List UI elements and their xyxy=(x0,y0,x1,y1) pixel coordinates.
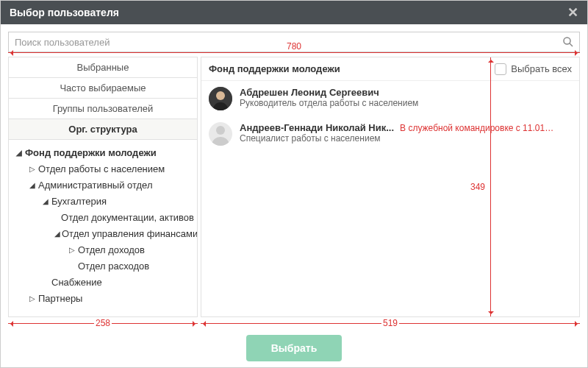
tab-1[interactable]: Часто выбираемые xyxy=(9,78,197,99)
titlebar: Выбор пользователя ✕ xyxy=(1,1,587,24)
dimension-top-label: 780 xyxy=(285,41,303,52)
right-panel-title: Фонд поддержки молодежи xyxy=(209,63,340,74)
tree-node-label: Отдел работы с населением xyxy=(38,163,165,174)
user-name: Абдрешен Леонид Сергеевич xyxy=(240,87,379,98)
user-role: Руководитель отдела работы с населением xyxy=(240,98,572,108)
chevron-right-icon[interactable]: ▷ xyxy=(28,294,37,302)
tree-node[interactable]: ◢Административный отдел xyxy=(9,177,197,193)
tree-node-label: Административный отдел xyxy=(38,180,152,191)
search-row: 780 xyxy=(1,24,587,57)
tree-node-label: Отдел управления финансами xyxy=(62,228,197,239)
user-row-text: Абдрешен Леонид СергеевичРуководитель от… xyxy=(240,87,572,108)
select-all[interactable]: Выбрать всех xyxy=(495,63,572,75)
tree-node[interactable]: ◢Фонд поддержки молодежи xyxy=(9,144,197,160)
tree-node[interactable]: ▷Отдел доходов xyxy=(9,241,197,258)
tree-node[interactable]: Отдел документации, активов xyxy=(9,209,197,225)
svg-point-3 xyxy=(216,91,225,100)
tab-3[interactable]: Орг. структура xyxy=(9,119,197,140)
user-row[interactable]: Андреев-Геннади Николай Ник...В служебно… xyxy=(201,116,579,152)
tree-node-label: Партнеры xyxy=(38,293,82,304)
chevron-down-icon[interactable]: ◢ xyxy=(15,149,24,157)
dimension-height xyxy=(490,57,491,316)
org-tree[interactable]: ◢Фонд поддержки молодежи▷Отдел работы с … xyxy=(9,140,197,316)
tree-node[interactable]: Отдел расходов xyxy=(9,258,197,274)
tree-node[interactable]: ◢Бухгалтерия xyxy=(9,193,197,209)
right-header: Фонд поддержки молодежи Выбрать всех xyxy=(201,57,579,81)
tree-node[interactable]: ▷Отдел работы с населением xyxy=(9,160,197,177)
user-list: Абдрешен Леонид СергеевичРуководитель от… xyxy=(201,81,579,316)
right-panel: Фонд поддержки молодежи Выбрать всех Абд… xyxy=(201,57,580,317)
left-panel: ВыбранныеЧасто выбираемыеГруппы пользова… xyxy=(8,57,198,317)
dimension-height-label: 349 xyxy=(469,182,487,192)
close-icon[interactable]: ✕ xyxy=(567,4,578,21)
tree-node-label: Отдел документации, активов xyxy=(61,212,194,223)
submit-button[interactable]: Выбрать xyxy=(246,335,343,361)
select-all-checkbox[interactable] xyxy=(495,63,506,75)
dimension-right: 519 xyxy=(201,323,580,324)
chevron-down-icon[interactable]: ◢ xyxy=(28,181,37,189)
dialog-title: Выбор пользователя xyxy=(10,7,119,18)
chevron-right-icon[interactable]: ▷ xyxy=(28,165,37,173)
svg-point-4 xyxy=(216,126,225,135)
dimension-left-label: 258 xyxy=(94,318,112,328)
tab-0[interactable]: Выбранные xyxy=(9,57,197,78)
chevron-down-icon[interactable]: ◢ xyxy=(54,230,60,238)
dimension-left: 258 xyxy=(8,323,198,324)
user-row[interactable]: Абдрешен Леонид СергеевичРуководитель от… xyxy=(201,81,579,116)
footer: Выбрать xyxy=(1,329,587,367)
select-all-label: Выбрать всех xyxy=(511,63,572,74)
avatar-placeholder-icon xyxy=(209,122,232,146)
user-name: Андреев-Геннади Николай Ник... xyxy=(240,122,394,133)
chevron-down-icon[interactable]: ◢ xyxy=(41,197,50,205)
dialog-body: ВыбранныеЧасто выбираемыеГруппы пользова… xyxy=(1,57,587,317)
dimension-right-label: 519 xyxy=(381,318,399,328)
user-picker-dialog: Выбор пользователя ✕ 780 ВыбранныеЧасто … xyxy=(0,0,588,368)
tree-node-label: Снабжение xyxy=(51,277,102,288)
avatar xyxy=(209,87,232,110)
tree-node-label: Фонд поддержки молодежи xyxy=(25,147,157,158)
tree-node[interactable]: ◢Отдел управления финансами xyxy=(9,225,197,241)
dimension-top: 780 xyxy=(8,52,580,53)
user-role: Специалист работы с населением xyxy=(240,133,572,144)
user-status: В служебной командировке с 11.01.1... xyxy=(400,123,554,133)
tree-node-label: Отдел доходов xyxy=(78,244,145,255)
user-row-text: Андреев-Геннади Николай Ник...В служебно… xyxy=(240,122,572,144)
bottom-dimensions: 258 519 xyxy=(8,319,580,329)
tree-node-label: Бухгалтерия xyxy=(51,196,107,207)
chevron-right-icon[interactable]: ▷ xyxy=(68,246,76,254)
tree-node[interactable]: Снабжение xyxy=(9,274,197,290)
tree-node-label: Отдел расходов xyxy=(78,261,149,272)
tree-node[interactable]: ▷Партнеры xyxy=(9,290,197,306)
tab-2[interactable]: Группы пользователей xyxy=(9,99,197,119)
